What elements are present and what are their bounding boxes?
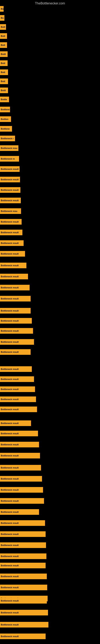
bar: Bottl	[0, 88, 8, 93]
bar: Bottleneck result	[0, 285, 30, 290]
bar-row: Bottleneck result	[0, 453, 40, 458]
bar-row: Bottleneck result	[0, 431, 38, 436]
bar: Bottleneck result	[0, 634, 46, 639]
bar: Bottleneck result	[0, 396, 36, 402]
bar-row: Bott	[0, 33, 7, 39]
bar-row: Bottleneck result	[0, 318, 32, 324]
bar-label: Bottleneck result	[1, 320, 19, 322]
bar-row: Bottleneck result	[0, 251, 25, 256]
bar-label: Bottleneck resu	[1, 147, 17, 149]
bar-label: Bottleneck result	[1, 432, 19, 435]
bar-label: Bottleneck result	[1, 378, 19, 380]
bar-label: Bottleneck result	[1, 220, 19, 223]
bar-row: Bo	[0, 15, 4, 21]
bar-row: Bottleneck result	[0, 376, 34, 382]
bar-label: Bottl	[1, 53, 6, 55]
bar-label: Bottlene	[1, 128, 10, 130]
bar: Bottleneck result	[0, 442, 39, 448]
bar-row: Bottlen	[0, 116, 11, 122]
bar-label: Bott	[1, 35, 5, 37]
bar-label: Bottleneck result	[1, 199, 19, 202]
bar: Bott	[0, 24, 6, 30]
bar-row: Bottleneck result	[0, 308, 31, 314]
bar: Bottleneck result	[0, 349, 31, 355]
bar-label: Bottl	[1, 89, 6, 92]
bar: Bottleneck result	[0, 563, 46, 568]
bar-row: Bottleneck result	[0, 230, 22, 235]
bar: Bottleneck result	[0, 308, 31, 314]
bar-label: Bottleneck result	[1, 635, 19, 638]
bar-label: Bottleneck result	[1, 398, 19, 400]
bar-row: Bottleneck result	[0, 420, 31, 426]
bar: Bo	[0, 15, 4, 21]
bar: Bo	[0, 6, 3, 12]
bar: Bottleneck result	[0, 465, 41, 470]
bar-row: Bottl	[0, 88, 8, 93]
bar-label: Bott	[1, 44, 5, 46]
bar-row: Bottleneck result	[0, 585, 47, 590]
bar-label: Bottleneck result	[1, 600, 19, 602]
bar: Bott	[0, 78, 8, 84]
bar-label: Bottleneck result	[1, 624, 19, 626]
bar-label: Bottleneck result	[1, 422, 19, 424]
bar-label: Bottleneck result	[1, 466, 19, 469]
bar: Bottleneck result	[0, 610, 48, 616]
bar-label: Bottleneck result	[1, 388, 19, 390]
bar-label: Bottleneck re	[1, 158, 15, 160]
bar-row: Bottleneck result	[0, 531, 46, 537]
bar: Bottleneck result	[0, 585, 47, 590]
bar-label: Bott	[1, 26, 5, 28]
bar-label: Bott	[1, 62, 5, 64]
bar: Bottlene	[0, 126, 12, 132]
bar-label: Bottleneck result	[1, 522, 19, 524]
bar-row: Bottleneck result	[0, 610, 48, 616]
bar-row: Bottleneck result	[0, 274, 28, 279]
bar-label: Bo	[1, 8, 3, 10]
bar-row: Bottleneck result	[0, 166, 20, 172]
bar: Bottleneck result	[0, 598, 47, 604]
bar-label: Bottleneck result	[1, 533, 19, 535]
bar: Bottleneck result	[0, 318, 32, 324]
bar-label: Bo	[1, 17, 4, 19]
bar: Bott	[0, 33, 7, 39]
bar: Bottleneck result	[0, 453, 40, 458]
bar-label: Bottleneck result	[1, 555, 19, 558]
bar-label: Bottleneck r	[1, 137, 14, 140]
bar-row: Bott	[0, 60, 8, 66]
bar-row: Bott	[0, 24, 6, 30]
bar-label: Bottleneck result	[1, 478, 19, 480]
bar: Bottle	[0, 96, 9, 102]
bar-row: Bottlene	[0, 126, 12, 132]
bar: Bottleneck result	[0, 386, 35, 392]
bar-row: Bottleneck result	[0, 498, 44, 504]
bar-label: Bottleneck result	[1, 586, 19, 589]
bar-label: Bottleneck result	[1, 298, 19, 300]
bar-row: Bottleneck result	[0, 442, 39, 448]
bar-row: Bottleneck resu	[0, 208, 21, 214]
bar-label: Bottleneck result	[1, 544, 19, 546]
bar-label: Bottleneck result	[1, 275, 19, 278]
bar-label: Bottleneck result	[1, 500, 19, 502]
bar-row: Bottleneck result	[0, 622, 49, 628]
bar-row: Bottleneck result	[0, 476, 42, 482]
bar-row: Bottleneck result	[0, 187, 20, 193]
bar: Bottleneck result	[0, 230, 22, 235]
bar: Bottleneck result	[0, 274, 28, 279]
bar: Bottleneck result	[0, 263, 26, 268]
site-title: TheBottlenecker.com	[0, 0, 100, 6]
bar-row: Bottle	[0, 96, 9, 102]
bar-label: Bottleneck result	[1, 575, 19, 578]
bar-label: Bott	[1, 71, 5, 74]
bar: Bottleneck result	[0, 240, 24, 246]
bar: Bottleneck result	[0, 622, 49, 628]
bar: Bottl	[0, 51, 8, 57]
bar-label: Bottleneck result	[1, 511, 19, 513]
bar-row: Bottleneck result	[0, 349, 31, 355]
bar: Bottleneck result	[0, 339, 34, 345]
bar: Bottleneck result	[0, 251, 25, 256]
bar-row: Bo	[0, 6, 3, 12]
bar-label: Bottlen	[1, 118, 8, 120]
bar-row: Bottleneck result	[0, 328, 33, 334]
bar-label: Bottleneck result	[1, 443, 19, 446]
bar: Bottleneck result	[0, 487, 43, 493]
